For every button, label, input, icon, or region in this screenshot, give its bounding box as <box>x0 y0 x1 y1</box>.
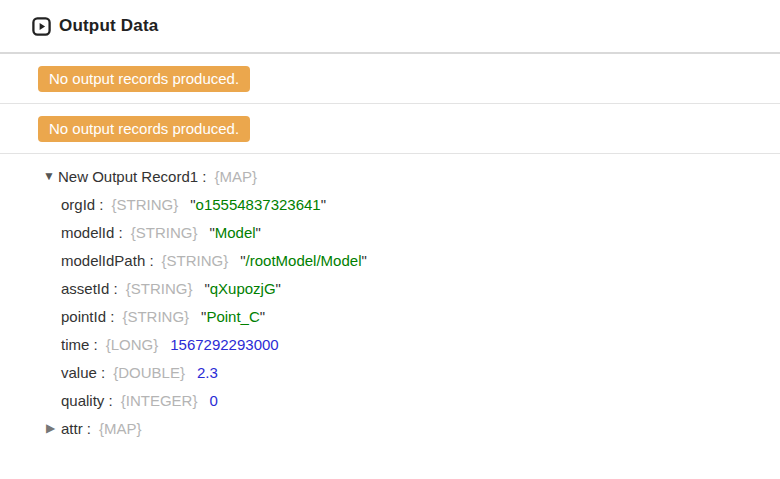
field-row-orgid: orgId : {STRING} "o15554837323641" <box>43 190 780 218</box>
no-records-badge: No output records produced. <box>38 66 250 92</box>
field-type: {STRING} <box>162 252 229 269</box>
page-title: Output Data <box>59 16 158 36</box>
field-label: pointId : <box>61 308 114 325</box>
field-type: {INTEGER} <box>121 392 198 409</box>
play-box-icon <box>32 17 51 36</box>
field-type: {LONG} <box>106 336 159 353</box>
field-label: modelId : <box>61 224 123 241</box>
field-type: {STRING} <box>112 196 179 213</box>
expand-triangle-icon[interactable]: ▶ <box>46 421 61 435</box>
field-type: {STRING} <box>122 308 189 325</box>
field-label: quality : <box>61 392 113 409</box>
field-value: "o15554837323641" <box>190 196 326 213</box>
output-section-2: No output records produced. <box>0 104 780 154</box>
field-value: 1567292293000 <box>170 336 278 353</box>
attr-row[interactable]: ▶ attr : {MAP} <box>43 414 780 442</box>
field-row-modelid: modelId : {STRING} "Model" <box>43 218 780 246</box>
output-record-tree: ▼ New Output Record1 : {MAP} orgId : {ST… <box>0 154 780 442</box>
collapse-triangle-icon[interactable]: ▼ <box>43 169 58 183</box>
field-row-modelidpath: modelIdPath : {STRING} "/rootModel/Model… <box>43 246 780 274</box>
field-row-quality: quality : {INTEGER} 0 <box>43 386 780 414</box>
field-value: "/rootModel/Model" <box>240 252 367 269</box>
field-label: attr : <box>61 420 91 437</box>
field-value: 0 <box>209 392 217 409</box>
no-records-badge: No output records produced. <box>38 116 250 142</box>
field-row-assetid: assetId : {STRING} "qXupozjG" <box>43 274 780 302</box>
field-type: {STRING} <box>126 280 193 297</box>
output-data-header: Output Data <box>0 0 780 54</box>
field-label: modelIdPath : <box>61 252 154 269</box>
field-row-time: time : {LONG} 1567292293000 <box>43 330 780 358</box>
field-type: {STRING} <box>131 224 198 241</box>
field-value: "Model" <box>209 224 261 241</box>
field-row-value: value : {DOUBLE} 2.3 <box>43 358 780 386</box>
field-row-pointid: pointId : {STRING} "Point_C" <box>43 302 780 330</box>
field-value: "Point_C" <box>201 308 265 325</box>
field-label: orgId : <box>61 196 104 213</box>
field-value: "qXupozjG" <box>204 280 281 297</box>
record-label: New Output Record1 : <box>58 168 206 185</box>
output-section-1: No output records produced. <box>0 54 780 104</box>
field-type: {MAP} <box>99 420 142 437</box>
field-label: value : <box>61 364 105 381</box>
field-label: assetId : <box>61 280 118 297</box>
field-type: {DOUBLE} <box>113 364 185 381</box>
record-type: {MAP} <box>214 168 257 185</box>
record-header-row[interactable]: ▼ New Output Record1 : {MAP} <box>43 162 780 190</box>
field-label: time : <box>61 336 98 353</box>
field-value: 2.3 <box>197 364 218 381</box>
